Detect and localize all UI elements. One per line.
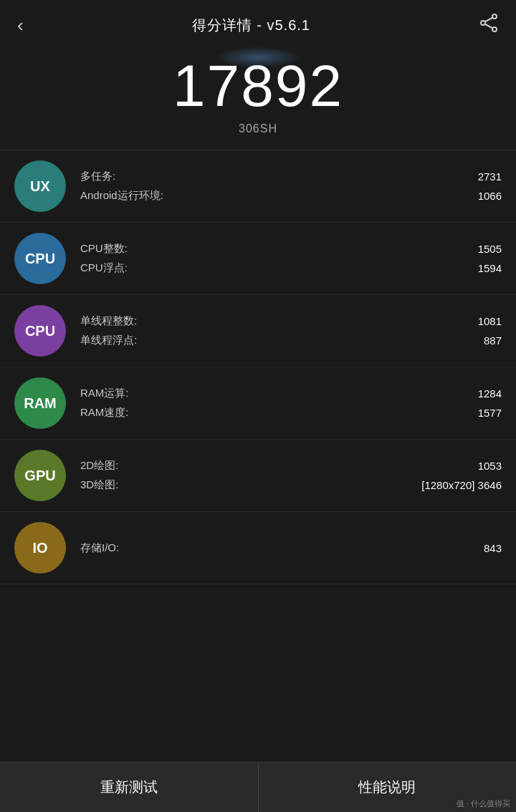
svg-point-1: [481, 21, 485, 25]
bench-value-cpu-purple-0: 1081: [478, 315, 502, 327]
bench-value-ux-1: 1066: [478, 190, 502, 202]
rows-container: UX多任务:2731Android运行环境:1066CPUCPU整数:1505C…: [0, 150, 516, 584]
watermark: 值 · 什么值得买: [457, 798, 510, 809]
bench-label-ram-0: RAM运算:: [80, 387, 129, 400]
bench-details-ux: 多任务:2731Android运行环境:1066: [66, 167, 502, 206]
bench-label-gpu-0: 2D绘图:: [80, 459, 118, 473]
bench-icon-io: IO: [14, 522, 66, 574]
bench-row-ux: UX多任务:2731Android运行环境:1066: [0, 150, 516, 223]
back-button[interactable]: ‹: [17, 14, 24, 37]
score-glow: [215, 47, 301, 68]
retest-button[interactable]: 重新测试: [0, 763, 259, 812]
bench-value-cpu-blue-1: 1594: [478, 262, 502, 274]
bench-icon-cpu-purple: CPU: [14, 305, 66, 357]
bench-label-ux-1: Android运行环境:: [80, 189, 163, 203]
bench-value-ram-0: 1284: [478, 387, 502, 400]
bench-value-gpu-1: [1280x720] 3646: [421, 479, 502, 491]
bench-line-gpu-1: 3D绘图:[1280x720] 3646: [80, 475, 502, 495]
bench-details-io: 存储I/O:843: [66, 538, 502, 558]
score-area: 17892 306SH: [0, 47, 516, 150]
svg-point-0: [492, 14, 497, 19]
bench-label-cpu-blue-1: CPU浮点:: [80, 261, 128, 275]
bench-row-io: IO存储I/O:843: [0, 512, 516, 584]
bench-line-ux-0: 多任务:2731: [80, 167, 502, 186]
device-name: 306SH: [0, 122, 516, 135]
svg-point-2: [492, 27, 497, 32]
bench-label-gpu-1: 3D绘图:: [80, 478, 118, 492]
bench-value-ram-1: 1577: [478, 407, 502, 419]
header: ‹ 得分详情 - v5.6.1: [0, 0, 516, 47]
bench-line-cpu-purple-0: 单线程整数:1081: [80, 311, 502, 331]
bench-details-cpu-purple: 单线程整数:1081单线程浮点:887: [66, 311, 502, 350]
bench-line-ram-0: RAM运算:1284: [80, 384, 502, 403]
bench-label-cpu-purple-1: 单线程浮点:: [80, 334, 137, 347]
bench-value-cpu-blue-0: 1505: [478, 243, 502, 255]
bench-icon-ram: RAM: [14, 377, 66, 429]
bench-value-cpu-purple-1: 887: [484, 334, 502, 347]
bench-icon-ux: UX: [14, 160, 66, 212]
bench-line-io-0: 存储I/O:843: [80, 538, 502, 558]
bench-line-ram-1: RAM速度:1577: [80, 403, 502, 422]
bench-details-cpu-blue: CPU整数:1505CPU浮点:1594: [66, 239, 502, 278]
bench-value-ux-0: 2731: [478, 170, 502, 183]
bottom-bar: 重新测试 性能说明: [0, 762, 516, 812]
bench-line-cpu-blue-0: CPU整数:1505: [80, 239, 502, 258]
bench-icon-gpu: GPU: [14, 450, 66, 501]
bench-label-io-0: 存储I/O:: [80, 541, 119, 555]
bench-label-cpu-blue-0: CPU整数:: [80, 242, 128, 256]
bench-value-io-0: 843: [484, 542, 502, 554]
bench-value-gpu-0: 1053: [478, 460, 502, 472]
svg-line-3: [485, 18, 493, 22]
share-button[interactable]: [479, 13, 499, 38]
bench-row-cpu-purple: CPU单线程整数:1081单线程浮点:887: [0, 295, 516, 367]
page-title: 得分详情 - v5.6.1: [192, 16, 310, 35]
bench-row-ram: RAMRAM运算:1284RAM速度:1577: [0, 367, 516, 440]
bench-line-cpu-blue-1: CPU浮点:1594: [80, 258, 502, 278]
bench-icon-cpu-blue: CPU: [14, 233, 66, 284]
bench-line-cpu-purple-1: 单线程浮点:887: [80, 331, 502, 350]
bench-details-gpu: 2D绘图:10533D绘图:[1280x720] 3646: [66, 456, 502, 495]
bench-label-cpu-purple-0: 单线程整数:: [80, 314, 137, 328]
bench-line-gpu-0: 2D绘图:1053: [80, 456, 502, 475]
bench-row-cpu-blue: CPUCPU整数:1505CPU浮点:1594: [0, 223, 516, 295]
bench-label-ux-0: 多任务:: [80, 170, 115, 183]
bench-details-ram: RAM运算:1284RAM速度:1577: [66, 384, 502, 422]
bench-label-ram-1: RAM速度:: [80, 406, 129, 420]
svg-line-4: [485, 24, 493, 29]
bench-row-gpu: GPU2D绘图:10533D绘图:[1280x720] 3646: [0, 440, 516, 512]
bench-line-ux-1: Android运行环境:1066: [80, 186, 502, 206]
